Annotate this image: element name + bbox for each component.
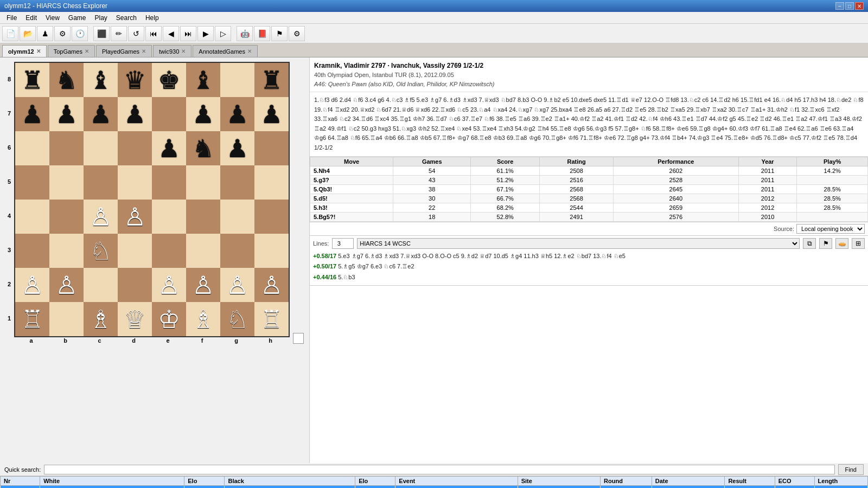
next-end-btn[interactable]: ⏭ (180, 26, 196, 41)
square-f6[interactable]: ♞ (186, 131, 220, 165)
square-c5[interactable] (84, 165, 118, 200)
square-g4[interactable] (220, 200, 254, 234)
prev-start-btn[interactable]: ⏮ (145, 26, 162, 41)
square-c6[interactable] (84, 131, 118, 165)
menu-file[interactable]: File (2, 13, 21, 23)
next-btn[interactable]: ▶ (197, 26, 214, 41)
square-a3[interactable] (15, 234, 49, 268)
engine-btn-1[interactable]: ⧉ (803, 238, 816, 249)
book-row-4[interactable]: 5.h3!2268.2%25442659201228.5% (310, 203, 868, 212)
square-h4[interactable] (254, 200, 289, 234)
find-button[interactable]: Find (838, 464, 864, 475)
book-row-3[interactable]: 5.d5!3066.7%25682640201228.5% (310, 194, 868, 203)
square-b1[interactable] (49, 302, 84, 336)
menu-play[interactable]: Play (91, 13, 112, 23)
square-f4[interactable] (186, 200, 220, 234)
game-list[interactable]: NrWhiteEloBlackEloEventSiteRoundDateResu… (0, 476, 868, 488)
engine-btn-2[interactable]: ⚑ (819, 238, 832, 249)
square-h1[interactable]: ♖ (254, 302, 289, 336)
chessboard[interactable]: ♜♞♝♛♚♝♜♟♟♟♟♟♟♟♟♞♟♙♙♘♙♙♙♙♙♙♖♗♕♔♗♘♖ (14, 62, 290, 337)
square-d5[interactable] (118, 165, 152, 200)
square-e5[interactable] (152, 165, 186, 200)
square-e6[interactable]: ♟ (152, 131, 186, 165)
gear2-btn[interactable]: ⚙ (289, 26, 305, 41)
square-b8[interactable]: ♞ (49, 63, 84, 97)
square-g5[interactable] (220, 165, 254, 200)
square-f5[interactable] (186, 165, 220, 200)
square-h3[interactable] (254, 234, 289, 268)
square-a1[interactable]: ♖ (15, 302, 49, 336)
square-g8[interactable] (220, 63, 254, 97)
square-c1[interactable]: ♗ (84, 302, 118, 336)
square-f1[interactable]: ♗ (186, 302, 220, 336)
tab-close-twic930[interactable]: ✕ (181, 48, 186, 54)
menu-game[interactable]: Game (64, 13, 91, 23)
square-f3[interactable] (186, 234, 220, 268)
square-h7[interactable]: ♟ (254, 97, 289, 131)
book-row-1[interactable]: 5.g3?4351.2%251625282011 (310, 175, 868, 184)
engine-select[interactable]: HIARCS 14 WCSC (357, 238, 800, 249)
square-c2[interactable] (84, 268, 118, 302)
book-row-2[interactable]: 5.Qb3!3867.1%25682645201128.5% (310, 184, 868, 194)
close-button[interactable]: ✕ (855, 2, 864, 10)
square-d3[interactable] (118, 234, 152, 268)
refresh-btn[interactable]: ↺ (128, 26, 144, 41)
square-d2[interactable] (118, 268, 152, 302)
maximize-button[interactable]: □ (845, 2, 854, 10)
square-c3[interactable]: ♘ (84, 234, 118, 268)
engine-btn-pie[interactable]: 🥧 (835, 238, 848, 249)
square-e2[interactable]: ♙ (152, 268, 186, 302)
square-g7[interactable]: ♟ (220, 97, 254, 131)
square-d1[interactable]: ♕ (118, 302, 152, 336)
game-list-row[interactable]: 2174Kramnik, Vladimir2797Ivanchuk, Vassi… (1, 486, 868, 489)
move-text[interactable]: 1.♘f3 d6 2.d4 ♘f6 3.c4 g6 4.♘c3 ♗f5 5.e3… (310, 92, 868, 157)
tab-twic930[interactable]: twic930 ✕ (153, 45, 192, 57)
engine-btn-grid[interactable]: ⊞ (852, 238, 865, 249)
book-btn[interactable]: 📕 (254, 26, 270, 41)
square-e8[interactable]: ♚ (152, 63, 186, 97)
square-g1[interactable]: ♘ (220, 302, 254, 336)
play-btn[interactable]: ▷ (215, 26, 231, 41)
square-b7[interactable]: ♟ (49, 97, 84, 131)
menu-edit[interactable]: Edit (21, 13, 41, 23)
square-g3[interactable] (220, 234, 254, 268)
square-a8[interactable]: ♜ (15, 63, 49, 97)
square-f8[interactable]: ♝ (186, 63, 220, 97)
square-a6[interactable] (15, 131, 49, 165)
prev-btn[interactable]: ◀ (163, 26, 179, 41)
tab-topgames[interactable]: TopGames ✕ (48, 45, 95, 57)
flag-btn[interactable]: ⚑ (271, 26, 288, 41)
tab-playedgames[interactable]: PlayedGames ✕ (96, 45, 152, 57)
player-btn[interactable]: ♟ (37, 26, 53, 41)
square-c4[interactable]: ♙ (84, 200, 118, 234)
square-d4[interactable]: ♙ (118, 200, 152, 234)
square-c8[interactable]: ♝ (84, 63, 118, 97)
tab-close-topgames[interactable]: ✕ (85, 48, 89, 54)
square-b4[interactable] (49, 200, 84, 234)
new-btn[interactable]: 📄 (2, 26, 18, 41)
square-b6[interactable] (49, 131, 84, 165)
book-row-5[interactable]: 5.Bg5?!1852.8%249125762010 (310, 212, 868, 221)
square-f2[interactable]: ♙ (186, 268, 220, 302)
square-a2[interactable]: ♙ (15, 268, 49, 302)
menu-search[interactable]: Search (112, 13, 141, 23)
square-a5[interactable] (15, 165, 49, 200)
square-a4[interactable] (15, 200, 49, 234)
square-a7[interactable]: ♟ (15, 97, 49, 131)
board-btn[interactable]: ⬛ (93, 26, 110, 41)
square-d6[interactable] (118, 131, 152, 165)
square-f7[interactable]: ♟ (186, 97, 220, 131)
square-e4[interactable] (152, 200, 186, 234)
tab-annotatedgames[interactable]: AnnotatedGames ✕ (193, 45, 258, 57)
square-g2[interactable]: ♙ (220, 268, 254, 302)
settings-btn[interactable]: ⚙ (54, 26, 71, 41)
tab-close-olymm12[interactable]: ✕ (36, 48, 41, 54)
edit-btn[interactable]: ✏ (111, 26, 127, 41)
square-b5[interactable] (49, 165, 84, 200)
open-btn[interactable]: 📂 (20, 26, 36, 41)
menu-help[interactable]: Help (141, 13, 163, 23)
engine-btn[interactable]: 🤖 (237, 26, 253, 41)
tab-close-annotatedgames[interactable]: ✕ (247, 48, 252, 54)
lines-spinner[interactable] (332, 238, 354, 249)
tab-close-playedgames[interactable]: ✕ (142, 48, 146, 54)
